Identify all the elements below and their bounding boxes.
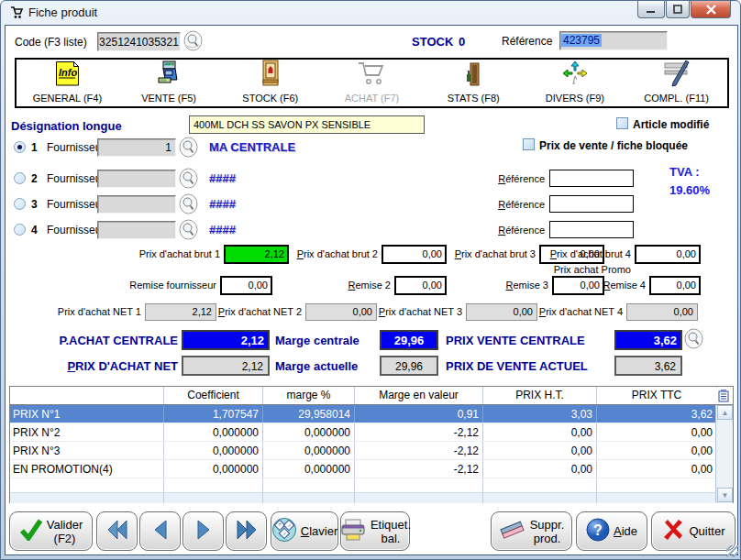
cell-marge-pct: 0,000000 (263, 442, 355, 459)
achat-net-value: 2,12 (182, 356, 270, 376)
supprimer-produit-button[interactable]: Suppr.prod. (491, 511, 572, 551)
tab-label: STATS (F8) (448, 93, 500, 104)
cell-name: EN PROMOTION(4) (10, 460, 164, 478)
svg-text:✓: ✓ (282, 531, 286, 536)
etiquette-label2: bal. (382, 532, 401, 545)
supplier-code-input[interactable]: 1 (97, 138, 176, 157)
app-icon (9, 5, 24, 24)
supplier-search-icon[interactable] (179, 193, 198, 214)
tva-value: 19.60% (669, 183, 710, 197)
clavier-button[interactable]: ?✓✓ Clavier (271, 511, 338, 551)
first-record-button[interactable] (96, 511, 138, 551)
tab-stock[interactable]: STOCK (F6) (219, 60, 321, 106)
tab-vente[interactable]: 12.40 VENTE (F5) (118, 60, 220, 106)
remise4-input[interactable]: 0,00 (649, 276, 701, 295)
tab-label: VENTE (F5) (141, 93, 196, 104)
etiquette-balance-button[interactable]: Etiquet.bal. (340, 511, 410, 551)
reference-label: Référence (502, 35, 552, 48)
supplier-number: 4 (31, 224, 38, 236)
table-row[interactable]: PRIX N°3 0,000000 0,000000 -2,12 0,00 0,… (10, 442, 733, 460)
shopping-cart-icon (357, 60, 388, 91)
tab-compl[interactable]: COMPL. (F11) (625, 60, 727, 106)
brut4-label: Prix d'achat brut 4 (506, 248, 631, 259)
supplier-number: 1 (31, 141, 38, 154)
cell-coefficient: 0,000000 (164, 423, 263, 441)
supplier-reference-input[interactable] (549, 195, 634, 213)
tab-general[interactable]: Info GENERAL (F4) (17, 60, 118, 106)
vente-centrale-value: 3,62 (614, 330, 682, 350)
cell-marge-pct: 0,000000 (263, 423, 355, 441)
cash-register-icon: 12.40 (155, 60, 182, 91)
supplier-1-radio[interactable] (14, 141, 26, 153)
maximize-button[interactable] (666, 1, 690, 18)
quitter-button[interactable]: Quitter (651, 511, 735, 551)
remise1-label: Remise fournisseur (66, 280, 216, 291)
minimize-button[interactable] (637, 1, 665, 18)
table-footer-row (10, 492, 733, 503)
vente-centrale-label: PRIX VENTE CENTRALE (446, 334, 585, 347)
cell-prix-ttc: 0,00 (597, 442, 717, 459)
table-scrollbar[interactable]: ▲ ▼ (715, 405, 733, 502)
table-row[interactable]: PRIX N°1 1,707547 29,958014 0,91 3,03 3,… (10, 405, 733, 423)
cell-prix-ht: 0,00 (483, 423, 597, 441)
remise1-input[interactable]: 0,00 (220, 276, 272, 295)
scroll-up-icon[interactable]: ▲ (717, 405, 733, 420)
cell-coefficient: 0,000000 (164, 460, 263, 478)
svg-text:?: ? (278, 522, 281, 528)
table-properties-icon[interactable] (715, 388, 732, 404)
cell-coefficient: 1,707547 (164, 405, 263, 423)
reference-input[interactable]: 423795 (559, 31, 668, 50)
code-input[interactable]: 3251241035321 (97, 32, 181, 51)
supplier-2-radio[interactable] (14, 172, 26, 184)
supplier-search-icon[interactable] (179, 137, 198, 158)
achat-centrale-value: 2,12 (182, 330, 270, 350)
close-button[interactable] (691, 1, 731, 18)
remise2-input[interactable]: 0,00 (394, 276, 447, 295)
last-record-button[interactable] (226, 511, 267, 551)
header-coefficient: Coefficient (164, 387, 263, 404)
fiche-bloquee-checkbox[interactable] (523, 138, 535, 150)
eraser-icon (499, 518, 526, 544)
supplier-4-radio[interactable] (14, 224, 26, 236)
cell-prix-ttc: 0,00 (597, 460, 717, 478)
resize-grip[interactable] (726, 545, 738, 557)
valider-button[interactable]: Valider(F2) (9, 511, 93, 551)
next-record-button[interactable] (182, 511, 224, 551)
tab-label: GENERAL (F4) (33, 93, 102, 104)
supplier-reference-input[interactable] (549, 221, 634, 238)
code-label: Code (F3 liste) (15, 36, 87, 49)
window-content: Code (F3 liste) 3251241035321 STOCK 0 Ré… (5, 25, 738, 555)
window-title: Fiche produit (28, 5, 97, 19)
tab-achat[interactable]: ACHAT (F7) (321, 60, 423, 106)
designation-input[interactable]: 400ML DCH SS SAVON PX SENSIBLE (189, 115, 425, 134)
tab-divers[interactable]: DIVERS (F9) (525, 60, 626, 106)
vente-centrale-search-icon[interactable] (684, 328, 703, 349)
fiche-produit-window: Fiche produit Code (F3 liste) 3251241035… (0, 0, 741, 560)
cell-marge-pct: 0,000000 (263, 460, 355, 478)
tab-stats[interactable]: STATS (F8) (423, 60, 525, 106)
table-row[interactable]: PRIX N°2 0,000000 0,000000 -2,12 0,00 0,… (10, 423, 733, 442)
title-bar[interactable]: Fiche produit (1, 1, 740, 25)
marge-actuelle-value: 29,96 (380, 356, 438, 376)
table-row[interactable]: EN PROMOTION(4) 0,000000 0,000000 -2,12 … (10, 460, 733, 478)
tab-label: DIVERS (F9) (546, 93, 604, 104)
brut4-input[interactable]: 0,00 (635, 245, 701, 264)
supplier-code-input[interactable] (97, 221, 176, 239)
etiquette-label: Etiquet. (370, 518, 411, 532)
cell-marge-pct: 29,958014 (263, 405, 355, 423)
tab-label: STOCK (F6) (242, 93, 298, 104)
achat-centrale-label: P.ACHAT CENTRALE (6, 334, 178, 347)
article-modifie-checkbox[interactable] (616, 117, 628, 129)
supplier-3-radio[interactable] (14, 198, 26, 210)
supplier-search-icon[interactable] (179, 219, 198, 240)
code-search-icon[interactable] (183, 30, 203, 51)
scroll-down-icon[interactable]: ▼ (717, 488, 733, 502)
supplier-reference-input[interactable] (549, 170, 634, 187)
supplier-search-icon[interactable] (179, 168, 198, 189)
price-table: Coefficient marge % Marge en valeur PRIX… (9, 386, 734, 503)
previous-record-button[interactable] (139, 511, 181, 551)
aide-button[interactable]: ? Aide (576, 511, 647, 551)
supplier-code-input[interactable] (97, 195, 176, 214)
supplier-code-input[interactable] (97, 170, 176, 188)
suppr-label2: prod. (534, 532, 561, 545)
